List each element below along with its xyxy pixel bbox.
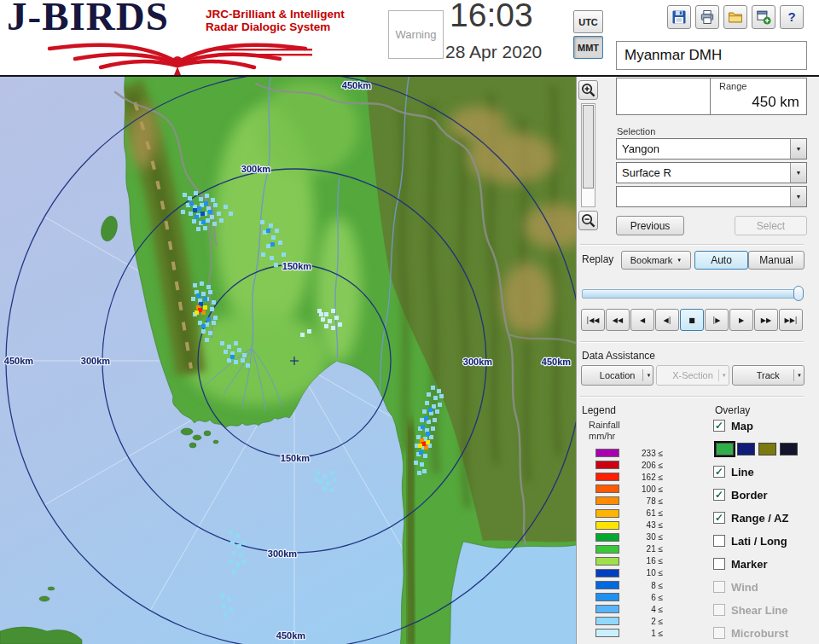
zoom-scrollbar-thumb[interactable] xyxy=(583,105,594,189)
previous-button[interactable]: Previous xyxy=(616,216,684,235)
echo-pixel xyxy=(212,300,216,305)
legend-row: 162 ≤ xyxy=(595,471,663,483)
echo-pixel xyxy=(239,553,243,557)
echo-pixel xyxy=(205,194,209,198)
echo-pixel xyxy=(246,363,250,368)
overlay-item-border[interactable]: ✓Border xyxy=(713,487,812,502)
echo-pixel xyxy=(319,312,323,316)
zoom-scrollbar[interactable] xyxy=(581,103,595,207)
checkbox-lati-long[interactable] xyxy=(713,535,725,547)
stop-button[interactable]: ■ xyxy=(680,309,704,331)
chevron-down-icon: ▼ xyxy=(677,258,682,263)
extra-dropdown[interactable]: ▼ xyxy=(616,186,807,207)
range-label: Range xyxy=(719,81,746,91)
echo-pixel xyxy=(204,201,208,206)
checkbox-wind[interactable] xyxy=(713,581,725,593)
legend-row: 61 ≤ xyxy=(595,507,663,519)
overlay-item-line[interactable]: ✓Line xyxy=(713,464,812,479)
legend-row: 6 ≤ xyxy=(595,591,663,603)
replay-label: Replay xyxy=(582,253,613,265)
location-button[interactable]: Location ▼ xyxy=(581,365,653,386)
step-forward-button[interactable]: |▶ xyxy=(705,309,729,331)
xsection-button[interactable]: X-Section ▼ xyxy=(656,365,729,386)
mmt-button[interactable]: MMT xyxy=(573,36,603,59)
chevron-down-icon[interactable]: ▼ xyxy=(718,369,727,381)
map-style-swatch[interactable] xyxy=(737,443,755,455)
slider-track[interactable] xyxy=(582,289,802,299)
utc-button[interactable]: UTC xyxy=(573,10,603,33)
zoom-out-button[interactable] xyxy=(578,211,598,230)
echo-pixel xyxy=(229,560,233,564)
chevron-down-icon[interactable]: ▼ xyxy=(793,369,802,381)
overlay-item-shear-line[interactable]: Shear Line xyxy=(713,602,812,618)
echo-pixel xyxy=(319,479,323,484)
echo-pixel xyxy=(425,401,429,405)
legend-color-swatch xyxy=(595,581,619,589)
track-button[interactable]: Track ▼ xyxy=(732,365,804,386)
checkbox-shear-line[interactable] xyxy=(713,604,725,616)
legend-row: 16 ≤ xyxy=(595,555,663,567)
range-ring-label: 150km xyxy=(282,261,311,271)
echo-pixel xyxy=(431,386,435,390)
legend-color-swatch xyxy=(595,521,619,530)
overlay-label: Border xyxy=(731,489,768,502)
slider-thumb[interactable] xyxy=(793,286,804,301)
echo-pixel xyxy=(439,394,444,398)
chevron-down-icon[interactable]: ▼ xyxy=(790,163,806,183)
legend-value: 61 ≤ xyxy=(624,508,663,518)
checkbox-border[interactable]: ✓ xyxy=(713,489,725,501)
overlay-item-lati-long[interactable]: Lati / Long xyxy=(713,533,812,548)
echo-pixel xyxy=(334,316,339,320)
echo-pixel xyxy=(261,252,265,257)
save-button[interactable] xyxy=(667,5,691,29)
product-dropdown[interactable]: Surface R ▼ xyxy=(616,162,807,183)
play-button[interactable]: ▶ xyxy=(729,309,753,331)
manual-mode-button[interactable]: Manual xyxy=(748,251,804,270)
print-button[interactable] xyxy=(695,5,719,29)
auto-mode-button[interactable]: Auto xyxy=(694,251,748,270)
replay-timeline-slider[interactable] xyxy=(582,287,802,300)
echo-pixel xyxy=(266,229,270,233)
checkbox-microburst[interactable] xyxy=(713,627,725,639)
echo-pixel xyxy=(181,210,185,214)
overlay-label: Wind xyxy=(731,581,758,594)
radar-map[interactable]: 450km300km150km150km300km450km450km300km… xyxy=(0,77,576,644)
chevron-down-icon[interactable]: ▼ xyxy=(790,139,806,159)
legend-row: 233 ≤ xyxy=(595,447,663,459)
map-style-swatch[interactable] xyxy=(758,443,776,455)
overlay-item-microburst[interactable]: Microburst xyxy=(713,625,812,641)
zoom-in-button[interactable] xyxy=(578,80,598,100)
overlay-item-map[interactable]: ✓Map xyxy=(713,418,812,433)
checkbox-range-az[interactable]: ✓ xyxy=(713,512,725,524)
map-style-swatch[interactable] xyxy=(780,443,798,455)
play-backward-button[interactable]: ◀ xyxy=(630,309,654,331)
site-dropdown[interactable]: Yangon ▼ xyxy=(616,138,807,160)
fast-forward-button[interactable]: ▶▶ xyxy=(754,309,778,331)
open-folder-button[interactable] xyxy=(723,5,747,29)
add-window-button[interactable] xyxy=(752,5,775,29)
bookmark-button[interactable]: Bookmark ▼ xyxy=(621,251,691,270)
checkbox-line[interactable]: ✓ xyxy=(713,466,725,478)
rewind-button[interactable]: ◀◀ xyxy=(606,309,630,331)
checkbox-marker[interactable] xyxy=(713,558,725,570)
skip-end-button[interactable]: ▶▶| xyxy=(779,309,803,331)
select-button[interactable]: Select xyxy=(735,216,807,235)
echo-pixel xyxy=(234,341,238,345)
map-style-swatch[interactable] xyxy=(716,443,734,455)
step-back-button[interactable]: ◀| xyxy=(655,309,679,331)
logo-subtitle-line1: JRC-Brilliant & Intelligent xyxy=(206,8,345,20)
checkbox-map[interactable]: ✓ xyxy=(713,420,725,432)
echo-pixel xyxy=(433,418,437,422)
chevron-down-icon[interactable]: ▼ xyxy=(642,369,651,381)
skip-start-button[interactable]: |◀◀ xyxy=(581,309,605,331)
header: J-BIRDS JRC-Brilliant & Intelligent Rada… xyxy=(0,0,819,77)
xsection-button-label: X-Section xyxy=(672,370,713,380)
overlay-item-marker[interactable]: Marker xyxy=(713,556,812,571)
warning-button[interactable]: Warning xyxy=(388,10,444,59)
range-ring-label: 300km xyxy=(268,548,297,559)
overlay-item-range-az[interactable]: ✓Range / AZ xyxy=(713,510,812,525)
help-button[interactable]: ? xyxy=(780,5,804,29)
overlay-item-wind[interactable]: Wind xyxy=(713,579,812,595)
echo-pixel xyxy=(232,570,236,574)
chevron-down-icon[interactable]: ▼ xyxy=(790,187,806,206)
